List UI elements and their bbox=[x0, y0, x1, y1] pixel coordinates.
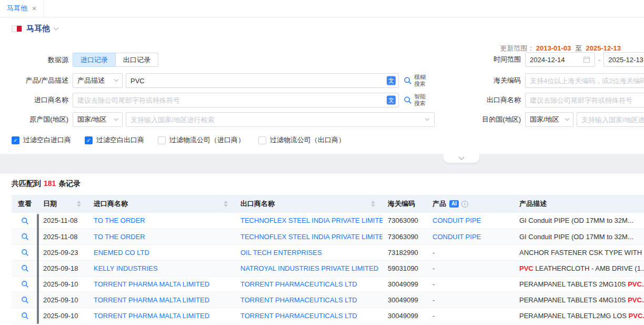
view-record-button[interactable] bbox=[21, 280, 29, 288]
sort-control-importer[interactable] bbox=[224, 201, 228, 207]
description-text: PERAMPANEL TABLETS 4MG10S bbox=[519, 296, 628, 304]
cell-view bbox=[12, 260, 38, 276]
update-to-word: 至 bbox=[575, 44, 582, 52]
exporter-link[interactable]: TORRENT PHARMACEUTICALS LTD bbox=[240, 296, 357, 304]
filter-checkbox[interactable]: 过滤物流公司（出口商） bbox=[258, 135, 345, 145]
checkbox-unchecked-icon[interactable] bbox=[158, 136, 166, 144]
view-record-button[interactable] bbox=[21, 296, 29, 304]
cell-product: - bbox=[427, 244, 514, 260]
importer-link[interactable]: TO THE ORDER bbox=[94, 233, 145, 241]
magnifier-icon bbox=[21, 249, 29, 257]
product-link[interactable]: CONDUIT PIPE bbox=[432, 233, 481, 241]
time-range-label: 时间范围 bbox=[459, 55, 521, 64]
date-from-input[interactable]: 2024-12-14 bbox=[525, 52, 595, 67]
exporter-link[interactable]: TORRENT PHARMACEUTICALS LTD bbox=[240, 312, 357, 320]
sort-control-exporter[interactable] bbox=[371, 201, 375, 207]
destination-country-select[interactable]: 国家/地区 bbox=[525, 112, 573, 127]
cell-date: 2025-11-08 bbox=[38, 229, 88, 244]
cell-product: CONDUIT PIPE bbox=[427, 229, 514, 244]
magnifier-icon bbox=[21, 264, 29, 272]
table-row: 2025-09-23ENEMED CO LTDOIL TECH ENTERPRI… bbox=[12, 244, 644, 260]
tab-malta[interactable]: 马耳他 × bbox=[0, 0, 44, 17]
origin-country-input[interactable] bbox=[126, 112, 435, 127]
tab-import-records[interactable]: 进口记录 bbox=[73, 53, 116, 67]
origin-country-select[interactable]: 国家/地区 bbox=[73, 112, 123, 127]
smart-search-label-line1: 智能 bbox=[414, 93, 426, 100]
filter-checkbox[interactable]: ✓过滤空白出口商 bbox=[85, 135, 144, 145]
app-window: 马耳他 × 马耳他 更新范围： 2013-01-03 至 2025-12-13 … bbox=[0, 0, 644, 325]
importer-link[interactable]: ENEMED CO LTD bbox=[94, 249, 149, 257]
exporter-link[interactable]: TECHNOFLEX STEEL INDIA PRIVATE LIMITED bbox=[240, 216, 383, 224]
cell-view bbox=[12, 213, 38, 229]
filter-checkbox[interactable]: 过滤物流公司（进口商） bbox=[158, 135, 245, 145]
filter-checkbox[interactable]: ✓过滤空白进口商 bbox=[12, 135, 71, 145]
cell-date: 2025-09-10 bbox=[38, 276, 88, 292]
close-icon[interactable]: × bbox=[32, 5, 36, 12]
exporter-link[interactable]: TORRENT PHARMACEUTICALS LTD bbox=[240, 280, 357, 288]
update-from-date: 2013-01-03 bbox=[536, 44, 571, 52]
importer-link[interactable]: TORRENT PHARMA MALTA LIMITED bbox=[94, 312, 209, 320]
product-empty: - bbox=[432, 264, 435, 272]
view-record-button[interactable] bbox=[21, 233, 29, 241]
hs-code-row: 海关编码 bbox=[459, 73, 644, 88]
exporter-link[interactable]: OIL TECH ENTERPRISES bbox=[240, 249, 322, 257]
fuzzy-search-button[interactable]: 模糊 搜索 bbox=[404, 74, 426, 87]
product-input[interactable] bbox=[126, 73, 399, 88]
exporter-link[interactable]: TECHNOFLEX STEEL INDIA PRIVATE LIMITED bbox=[240, 233, 383, 241]
info-icon[interactable]: i bbox=[461, 201, 468, 208]
product-type-select[interactable]: 产品描述 bbox=[73, 73, 123, 88]
checkbox-label: 过滤空白进口商 bbox=[23, 135, 71, 145]
cell-view bbox=[12, 292, 38, 308]
date-to-value: 2025-12-13 bbox=[608, 56, 643, 64]
update-range-label: 更新范围： bbox=[500, 44, 534, 52]
sort-control-date[interactable] bbox=[77, 201, 81, 207]
view-record-button[interactable] bbox=[21, 312, 29, 320]
description-text: PERAMPANEL TABLETS 2MG10S bbox=[519, 280, 628, 288]
records-table-body: 2025-11-08TO THE ORDERTECHNOFLEX STEEL I… bbox=[12, 213, 644, 323]
importer-input[interactable] bbox=[73, 93, 399, 107]
cell-importer: TORRENT PHARMA MALTA LIMITED bbox=[88, 308, 235, 323]
importer-link[interactable]: TO THE ORDER bbox=[94, 216, 145, 224]
view-record-button[interactable] bbox=[21, 264, 29, 272]
importer-link[interactable]: TORRENT PHARMA MALTA LIMITED bbox=[94, 280, 209, 288]
description-text: ANCHOR FASTENER CSK TYPE WITH ... bbox=[519, 249, 644, 257]
checkbox-unchecked-icon[interactable] bbox=[258, 136, 266, 144]
cell-importer: KELLY INDUSTRIES bbox=[88, 260, 235, 276]
cell-description: PERAMPANEL TABLETS 2MG10S PVC... bbox=[514, 276, 644, 292]
cell-view bbox=[12, 276, 38, 292]
checkbox-checked-icon[interactable]: ✓ bbox=[12, 136, 19, 144]
date-from-value: 2024-12-14 bbox=[530, 56, 565, 64]
importer-label: 进口商名称 bbox=[0, 95, 68, 105]
product-link[interactable]: CONDUIT PIPE bbox=[432, 216, 481, 224]
description-highlight: PVC bbox=[519, 264, 534, 272]
origin-country-row: 原产国(地区) 国家/地区 bbox=[0, 112, 435, 127]
cell-date: 2025-09-10 bbox=[38, 308, 88, 323]
cell-hs-code: 59031090 bbox=[383, 260, 427, 276]
chevron-down-icon[interactable] bbox=[54, 25, 59, 30]
importer-link[interactable]: KELLY INDUSTRIES bbox=[94, 264, 158, 272]
view-record-button[interactable] bbox=[21, 249, 29, 257]
hs-code-input[interactable] bbox=[525, 73, 644, 88]
destination-country-input[interactable] bbox=[577, 112, 644, 127]
translate-icon[interactable]: 文 bbox=[387, 76, 396, 85]
collapse-panel-button[interactable] bbox=[444, 154, 479, 163]
view-record-button[interactable] bbox=[21, 217, 29, 225]
search-icon bbox=[404, 96, 412, 104]
checkbox-checked-icon[interactable]: ✓ bbox=[85, 136, 93, 144]
fixed-column-scrollbar[interactable] bbox=[37, 214, 39, 324]
filter-panel: 更新范围： 2013-01-03 至 2025-12-13 数据源 进口记录 出… bbox=[0, 40, 644, 154]
description-highlight: PVC... bbox=[628, 296, 644, 304]
time-range-row: 时间范围 2024-12-14 - 2025-12-13 bbox=[459, 52, 644, 67]
exporter-link[interactable]: NATROYAL INDUSTRIES PRIVATE LIMITED bbox=[240, 264, 378, 272]
cell-hs-code: 30049099 bbox=[383, 292, 427, 308]
date-to-input[interactable]: 2025-12-13 bbox=[603, 52, 644, 67]
origin-country-input-wrap bbox=[126, 112, 435, 127]
smart-search-button[interactable]: 智能 搜索 bbox=[404, 93, 426, 107]
description-text: GI Conduit PIPE (OD 17MM to 32M... bbox=[519, 233, 633, 241]
translate-icon[interactable]: 文 bbox=[387, 96, 396, 105]
tab-export-records[interactable]: 出口记录 bbox=[115, 53, 158, 67]
exporter-input[interactable] bbox=[525, 93, 644, 107]
importer-link[interactable]: TORRENT PHARMA MALTA LIMITED bbox=[94, 296, 209, 304]
destination-country-input-wrap bbox=[577, 112, 644, 127]
date-separator: - bbox=[598, 56, 600, 64]
